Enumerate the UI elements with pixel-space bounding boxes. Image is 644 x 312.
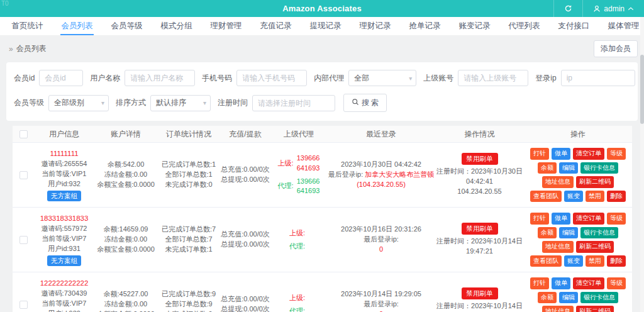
refresh-icon	[564, 4, 572, 13]
make-order-button[interactable]: 做单	[552, 148, 570, 160]
scrollbar-thumb[interactable]	[640, 55, 644, 124]
vertical-scrollbar[interactable]	[640, 17, 644, 312]
refresh-qr-button[interactable]: 刷新二维码	[576, 241, 614, 253]
nav-tab-6[interactable]: 提现记录	[301, 17, 350, 35]
invite-code: 邀请码:730439	[34, 289, 94, 299]
agent-label: 代理:	[289, 306, 305, 312]
superior-label: 上级:	[289, 228, 305, 238]
last-login-ip-label: 最后登录ip:	[364, 235, 399, 243]
orders-total: 全部订单总数:7	[157, 235, 220, 245]
nav-tab-3[interactable]: 模式分组	[152, 17, 201, 35]
orders-done: 已完成订单总数:9	[157, 289, 220, 299]
last-login-ip: 0	[327, 245, 435, 255]
login-ip-input[interactable]	[561, 70, 635, 86]
view-team-button[interactable]: 查看团队	[530, 191, 562, 203]
user-menu[interactable]: admin	[582, 0, 644, 17]
internal-agent-select[interactable]: 全部▾	[348, 70, 416, 86]
select-all-checkbox[interactable]	[19, 130, 28, 138]
last-login-ip-label: 最后登录ip:	[328, 170, 364, 178]
row-checkbox[interactable]	[19, 301, 28, 309]
account-change-button[interactable]: 账变	[564, 191, 583, 203]
balance-button[interactable]: 余额	[538, 227, 557, 239]
nav-tab-12[interactable]: 媒体管理	[599, 17, 644, 35]
disable-brush-badge: 禁用刷单	[462, 287, 498, 299]
nav-tab-4[interactable]: 理财管理	[201, 17, 251, 35]
make-order-button[interactable]: 做单	[552, 213, 570, 225]
account-change-button[interactable]: 账变	[564, 255, 583, 267]
register-time: 2023年10月14日 19:47:21	[466, 237, 523, 255]
row-checkbox[interactable]	[19, 236, 28, 244]
address-info-button[interactable]: 地址信息	[542, 306, 574, 312]
inject-button[interactable]: 打针	[530, 277, 549, 289]
column-header-6: 操作情况	[435, 129, 524, 140]
orders-total: 全部订单总数:9	[157, 299, 220, 309]
sort-order-select[interactable]: 默认排序▾	[150, 95, 211, 111]
last-login-ip: 0	[327, 309, 435, 312]
disable-button[interactable]: 禁用	[586, 255, 604, 267]
nav-tab-9[interactable]: 账变记录	[450, 17, 499, 35]
nav-tab-2[interactable]: 会员等级	[102, 17, 152, 35]
clear-orders-button[interactable]: 清空订单	[573, 148, 604, 160]
column-header-3: 充值/提款	[220, 129, 270, 140]
nav-tab-8[interactable]: 抢单记录	[400, 17, 450, 35]
balance-button[interactable]: 余额	[538, 292, 557, 304]
view-team-button[interactable]: 查看团队	[530, 255, 562, 267]
edit-button[interactable]: 编辑	[559, 162, 578, 174]
filter-label-superior-account: 上级账号	[423, 73, 453, 84]
user-info-cell: 11111111 邀请码:265554 当前等级:VIP1 用户id:932 无…	[34, 148, 94, 201]
make-order-button[interactable]: 做单	[552, 277, 570, 289]
inject-button[interactable]: 打针	[530, 148, 549, 160]
refresh-button[interactable]	[553, 0, 582, 17]
filter-item-member-level: 会员等级全部级别▾	[14, 95, 109, 111]
chevron-down-icon: ▾	[409, 75, 412, 82]
filter-label-phone: 手机号码	[202, 73, 232, 84]
balance-button[interactable]: 余额	[538, 162, 557, 174]
register-ip: 104.234.20.55	[435, 187, 524, 197]
filter-item-internal-agent: 内部代理全部▾	[314, 70, 416, 86]
row-checkbox[interactable]	[19, 171, 28, 179]
register-time-input[interactable]	[252, 95, 335, 111]
level-button[interactable]: 等级	[607, 148, 626, 160]
inject-button[interactable]: 打针	[530, 213, 549, 225]
superior-account-input[interactable]	[458, 70, 528, 86]
nav-tab-1[interactable]: 会员列表	[52, 17, 102, 35]
refresh-qr-button[interactable]: 刷新二维码	[576, 176, 614, 188]
bank-card-info-button[interactable]: 银行卡信息	[580, 227, 618, 239]
nav-tab-10[interactable]: 代理列表	[499, 17, 549, 35]
nav-tab-5[interactable]: 充值记录	[251, 17, 301, 35]
refresh-qr-button[interactable]: 刷新二维码	[576, 306, 614, 312]
user-name-input[interactable]	[125, 70, 195, 86]
nav-tab-7[interactable]: 理财记录	[350, 17, 400, 35]
column-header-7: 操作	[524, 129, 632, 140]
address-info-button[interactable]: 地址信息	[542, 176, 574, 188]
member-id-input[interactable]	[39, 70, 83, 86]
add-member-button[interactable]: 添加会员	[594, 40, 638, 57]
search-button[interactable]: 搜 索	[343, 94, 387, 112]
phone-input[interactable]	[236, 70, 307, 86]
delete-button[interactable]: 删除	[607, 255, 626, 267]
delete-button[interactable]: 删除	[607, 191, 626, 203]
bank-card-info-button[interactable]: 银行卡信息	[580, 162, 618, 174]
recharge-withdraw-cell: 总充值:0.00/0次 总提现:0.00/0次	[220, 165, 270, 185]
filter-panel: 会员id用户名称手机号码内部代理全部▾上级账号登录ip方案组全部方案组▾邀请码 …	[6, 62, 638, 121]
orders-pending: 未完成订单数:1	[157, 245, 220, 255]
edit-button[interactable]: 编辑	[559, 292, 578, 304]
invite-code: 邀请码:557972	[34, 224, 94, 234]
order-stats-cell: 已完成订单总数:9 全部订单总数:9 未完成订单数:0	[157, 289, 220, 312]
orders-pending: 未完成订单数:0	[157, 180, 220, 190]
nav-tab-11[interactable]: 支付接口	[549, 17, 599, 35]
header-right: admin	[553, 0, 644, 17]
clear-orders-button[interactable]: 清空订单	[573, 277, 604, 289]
nav-tab-0[interactable]: 首页统计	[3, 17, 52, 35]
address-info-button[interactable]: 地址信息	[542, 241, 574, 253]
table-header: 用户信息账户详情订单统计情况充值/提款上级代理最近登录操作情况操作	[13, 126, 632, 143]
clear-orders-button[interactable]: 清空订单	[573, 213, 604, 225]
disable-button[interactable]: 禁用	[586, 191, 604, 203]
level-button[interactable]: 等级	[607, 277, 626, 289]
filter-row-1: 会员id用户名称手机号码内部代理全部▾上级账号登录ip方案组全部方案组▾邀请码	[14, 70, 630, 86]
filter-label-user-name: 用户名称	[90, 73, 120, 84]
level-button[interactable]: 等级	[607, 213, 626, 225]
edit-button[interactable]: 编辑	[559, 227, 578, 239]
bank-card-info-button[interactable]: 银行卡信息	[580, 292, 618, 304]
member-level-select[interactable]: 全部级别▾	[48, 95, 109, 111]
